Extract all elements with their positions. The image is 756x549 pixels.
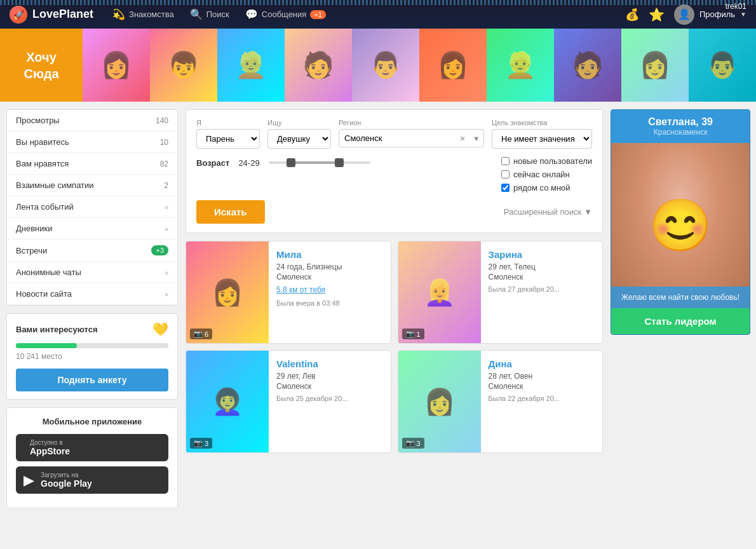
strip-photo-5[interactable]: 👨 [352, 29, 419, 102]
nav-search[interactable]: 🔍 Поиск [190, 8, 229, 20]
camera-icon-2: 📷 [406, 330, 415, 338]
profile-city-mila: Смоленск [276, 273, 383, 281]
logo[interactable]: 🚀 LovePlanet [10, 6, 93, 24]
messages-badge: +1 [310, 10, 326, 19]
strip-photo-6[interactable]: 👩 [419, 29, 487, 102]
profiles-grid: 👩 📷 6 Мила 24 года, Близнецы Смоленск 5.… [186, 241, 603, 453]
checkbox-nearby[interactable]: рядом со мной [501, 183, 592, 193]
become-leader-button[interactable]: Стать лидером [611, 308, 750, 334]
profile-seen-zarina: Была 27 декабря 20... [489, 285, 595, 293]
photo-count-valentina: 📷 3 [190, 438, 212, 449]
strip-photo-1[interactable]: 👩 [83, 29, 150, 102]
i-select[interactable]: Парень [196, 129, 260, 149]
nearby-checkbox[interactable] [501, 184, 510, 192]
strip-photo-7[interactable]: 👱 [487, 29, 554, 102]
wallet-icon[interactable]: 💰 [625, 8, 639, 22]
google-play-button[interactable]: ▶ Загрузить на Google Play [16, 466, 168, 494]
header: 🚀 LovePlanet 💫 Знакомства 🔍 Поиск 💬 Сооб… [0, 0, 756, 29]
views-count: 140 [156, 116, 168, 125]
profile-chevron: ▼ [740, 11, 746, 18]
online-label: сейчас онлайн [513, 170, 570, 179]
sidebar-item-mutual[interactable]: Взаимные симпатии 2 [7, 175, 177, 196]
profile-info-zarina: Зарина 29 лет, Телец Смоленск Была 27 де… [481, 241, 603, 343]
profile-card-valentina[interactable]: 👩‍🦱 📷 3 Valentina 29 лет, Лев Смоленск Б… [186, 350, 391, 453]
photo-count-mila: 📷 6 [190, 329, 212, 339]
app-box-title: Мобильное приложение [16, 417, 168, 426]
region-input[interactable] [339, 130, 456, 147]
sidebar-item-feed[interactable]: Лента событий » [7, 196, 177, 218]
photo-num-1: 6 [205, 330, 208, 338]
google-play-text: Загрузить на Google Play [41, 471, 92, 489]
search-button[interactable]: Искать [196, 200, 265, 224]
strip-photo-4[interactable]: 🧑 [285, 29, 352, 102]
profile-card-mila[interactable]: 👩 📷 6 Мила 24 года, Близнецы Смоленск 5.… [186, 241, 391, 344]
news-arrow: » [165, 290, 168, 298]
profile-photo-mila: 👩 📷 6 [186, 241, 269, 343]
strip-photo-2[interactable]: 👦 [150, 29, 217, 102]
interest-progress-bar [16, 343, 168, 348]
google-small: Загрузить на [41, 471, 92, 478]
sidebar-item-meetings[interactable]: Встречи +3 [7, 240, 177, 262]
strip-photo-8[interactable]: 🧑 [554, 29, 621, 102]
raise-profile-button[interactable]: Поднять анкету [16, 369, 168, 391]
checkbox-new-users[interactable]: новые пользователи [501, 156, 592, 166]
header-right: trek01 💰 ⭐ 👤 Профиль ▼ [625, 4, 746, 25]
appstore-text: Доступно в AppStore [30, 439, 70, 456]
leader-photo[interactable]: 😊 Желаю всем найти свою любовь! [611, 143, 750, 308]
profile-name-zarina: Зарина [489, 249, 595, 260]
sidebar-item-anon-chat[interactable]: Анонимные чаты » [7, 262, 177, 283]
checkbox-online[interactable]: сейчас онлайн [501, 170, 592, 179]
right-column: Светлана, 39 Краснокаменск 😊 Желаю всем … [611, 109, 750, 508]
dating-icon: 💫 [112, 8, 125, 20]
app-box: Мобильное приложение Доступно в AppStore… [6, 407, 178, 508]
nav-messages[interactable]: 💬 Сообщения +1 [245, 8, 326, 20]
leader-header: Светлана, 39 Краснокаменск [611, 110, 750, 143]
purpose-select[interactable]: Не имеет значения [492, 129, 592, 149]
strip-cta-button[interactable]: Хочу Сюда [0, 29, 83, 102]
online-checkbox[interactable] [501, 170, 510, 179]
photo-count-dina: 📷 3 [402, 438, 424, 449]
profile-photo-valentina: 👩‍🦱 📷 3 [186, 351, 269, 452]
purpose-label: Цель знакомства [492, 119, 592, 126]
sidebar-item-diary[interactable]: Дневники » [7, 218, 177, 240]
profile-seen-mila: Была вчера в 03:48 [276, 299, 383, 307]
slider-thumb-min[interactable] [287, 158, 295, 167]
region-clear-icon[interactable]: × [456, 133, 469, 144]
seek-select[interactable]: Девушку [267, 129, 331, 149]
sidebar-item-liked-by[interactable]: Вы нравитесь 10 [7, 132, 177, 153]
nav-dating[interactable]: 💫 Знакомства [112, 8, 174, 20]
checkboxes-col: новые пользователи сейчас онлайн рядом с… [501, 156, 592, 193]
mutual-count: 2 [164, 181, 168, 190]
liked-by-count: 10 [160, 138, 168, 147]
sidebar-item-news[interactable]: Новости сайта » [7, 283, 177, 305]
trek-username: trek01 [726, 2, 746, 11]
slider-thumb-max[interactable] [335, 158, 344, 167]
sidebar-item-likes[interactable]: Вам нравятся 82 [7, 153, 177, 175]
advanced-search-link[interactable]: Расширенный поиск ▼ [504, 207, 592, 217]
strip-photo-3[interactable]: 👱 [217, 29, 285, 102]
region-chevron-icon[interactable]: ▼ [469, 135, 483, 142]
new-users-label: новые пользователи [513, 156, 592, 166]
leader-city: Краснокаменск [618, 128, 743, 137]
leader-quote: Желаю всем найти свою любовь! [611, 287, 750, 308]
age-slider[interactable] [269, 156, 370, 169]
profile-details-valentina: 29 лет, Лев [276, 372, 383, 381]
android-icon: ▶ [24, 472, 34, 489]
profile-card-dina[interactable]: 👩 📷 3 Дина 28 лет, Овен Смоленск Была 22… [398, 350, 604, 453]
new-users-checkbox[interactable] [501, 157, 510, 165]
strip-photo-10[interactable]: 👨 [689, 29, 756, 102]
seek-field: Ищу Девушку [267, 119, 331, 149]
liked-by-label: Вы нравитесь [16, 137, 69, 147]
likes-label: Вам нравятся [16, 159, 69, 168]
search-bottom: Искать Расширенный поиск ▼ [196, 200, 592, 224]
strip-photo-9[interactable]: 👩 [621, 29, 689, 102]
profile-city-valentina: Смоленск [276, 382, 383, 391]
star-icon[interactable]: ⭐ [649, 7, 665, 22]
profile-info-valentina: Valentina 29 лет, Лев Смоленск Была 25 д… [269, 351, 391, 452]
profile-card-zarina[interactable]: 👱‍♀ 📷 1 Зарина 29 лет, Телец Смоленск Бы… [398, 241, 604, 344]
sidebar-item-views[interactable]: Просмотры 140 [7, 110, 177, 132]
appstore-button[interactable]: Доступно в AppStore [16, 434, 168, 461]
main-container: Просмотры 140 Вы нравитесь 10 Вам нравят… [0, 102, 756, 516]
profile-photo-zarina: 👱‍♀ 📷 1 [398, 241, 481, 343]
i-label: Я [196, 119, 260, 126]
